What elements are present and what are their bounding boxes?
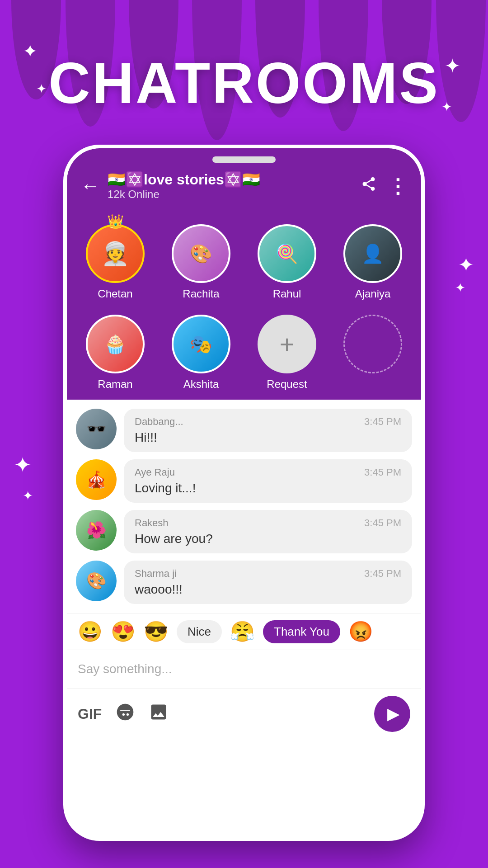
message-row-sharmaji: 🎨 Sharma ji 3:45 PM waooo!!! [76,561,412,604]
avatar-sharmaji: 🎨 [76,561,117,601]
user-item-akshita[interactable]: 🎭 Akshita [162,307,240,391]
star-decoration-7: ✦ [14,452,32,477]
reaction-emoji-cool[interactable]: 😎 [144,620,169,643]
share-button[interactable] [361,176,377,196]
chat-messages: 🕶️ Dabbang... 3:45 PM Hi!!! 🎪 Aye [67,400,421,613]
message-row-rakesh: 🌺 Rakesh 3:45 PM How are you? [76,510,412,553]
sender-dabbang: Dabbang... [135,416,183,428]
text-ayeraju: Loving it...! [135,481,401,495]
user-avatar-raman: 🧁 [86,315,145,373]
user-item-raman[interactable]: 🧁 Raman [76,307,155,391]
online-count: 12k Online [108,188,353,201]
app-title: CHATROOMS [0,50,488,116]
user-name-rachita: Rachita [183,288,219,300]
sticker-button[interactable] [115,702,135,726]
reaction-emoji-happy[interactable]: 😀 [78,620,103,643]
more-options-button[interactable]: ⋮ [388,175,408,198]
sender-rakesh: Rakesh [135,517,169,529]
user-name-ajaniya: Ajaniya [355,288,391,300]
crown-icon: 👑 [107,213,124,229]
user-avatar-rachita: 🎨 [172,224,230,283]
message-row-ayeraju: 🎪 Aye Raju 3:45 PM Loving it...! [76,459,412,503]
back-button[interactable]: ← [80,176,100,196]
star-decoration-5: ✦ [458,253,474,276]
message-row-dabbang: 🕶️ Dabbang... 3:45 PM Hi!!! [76,409,412,452]
bubble-sharmaji: Sharma ji 3:45 PM waooo!!! [124,561,412,604]
room-name: 🇮🇳✡️love stories✡️🇮🇳 [108,171,353,188]
text-dabbang: Hi!!! [135,430,401,445]
reaction-emoji-mad[interactable]: 😡 [348,620,373,643]
user-avatar-akshita: 🎭 [172,315,230,373]
user-item-empty [333,307,412,391]
user-name-rahul: Rahul [273,288,301,300]
input-area: Say something... [67,650,421,688]
message-input[interactable]: Say something... [78,657,410,681]
text-rakesh: How are you? [135,532,401,546]
user-item-ajaniya[interactable]: 👤 Ajaniya [333,217,412,300]
time-ayeraju: 3:45 PM [364,467,401,478]
bubble-ayeraju: Aye Raju 3:45 PM Loving it...! [124,459,412,503]
user-item-rachita[interactable]: 🎨 Rachita [162,217,240,300]
empty-slot [343,315,402,373]
bubble-rakesh: Rakesh 3:45 PM How are you? [124,510,412,553]
time-sharmaji: 3:45 PM [364,568,401,580]
image-button[interactable] [149,702,169,726]
users-section: 👑 👳 Chetan 🎨 Rachita [67,210,421,400]
reaction-emoji-angry-face[interactable]: 😤 [230,620,255,643]
user-item-request[interactable]: + Request [248,307,326,391]
avatar-ayeraju: 🎪 [76,459,117,500]
user-name-raman: Raman [98,378,132,391]
header-info: 🇮🇳✡️love stories✡️🇮🇳 12k Online [108,171,353,201]
user-name-request: Request [267,378,307,391]
user-item-rahul[interactable]: 🍭 Rahul [248,217,326,300]
star-decoration-8: ✦ [23,488,33,503]
phone-notch [212,156,276,163]
user-item-chetan[interactable]: 👑 👳 Chetan [76,217,155,300]
user-avatar-rahul: 🍭 [258,224,316,283]
avatar-dabbang: 🕶️ [76,409,117,449]
phone-mockup: ← 🇮🇳✡️love stories✡️🇮🇳 12k Online ⋮ [63,145,425,841]
text-sharmaji: waooo!!! [135,582,401,597]
bubble-dabbang: Dabbang... 3:45 PM Hi!!! [124,409,412,452]
time-dabbang: 3:45 PM [364,416,401,428]
user-name-chetan: Chetan [98,288,132,300]
user-name-akshita: Akshita [183,378,219,391]
sender-sharmaji: Sharma ji [135,568,177,580]
send-button[interactable]: ▶ [374,696,410,732]
quick-reactions: 😀 😍 😎 Nice 😤 Thank You 😡 [67,613,421,650]
add-user-button[interactable]: + [258,315,316,373]
bottom-toolbar: GIF ▶ [67,688,421,745]
star-decoration-6: ✦ [455,280,465,295]
gif-button[interactable]: GIF [78,706,102,722]
reaction-btn-thankyou[interactable]: Thank You [263,620,340,643]
reaction-emoji-love[interactable]: 😍 [111,620,136,643]
reaction-btn-nice[interactable]: Nice [177,620,222,643]
user-avatar-ajaniya: 👤 [343,224,402,283]
user-avatar-chetan: 👳 [86,224,145,283]
users-grid: 👑 👳 Chetan 🎨 Rachita [76,217,412,391]
sender-ayeraju: Aye Raju [135,467,175,478]
send-icon: ▶ [387,704,400,723]
avatar-rakesh: 🌺 [76,510,117,551]
time-rakesh: 3:45 PM [364,517,401,529]
header-actions: ⋮ [361,175,408,198]
